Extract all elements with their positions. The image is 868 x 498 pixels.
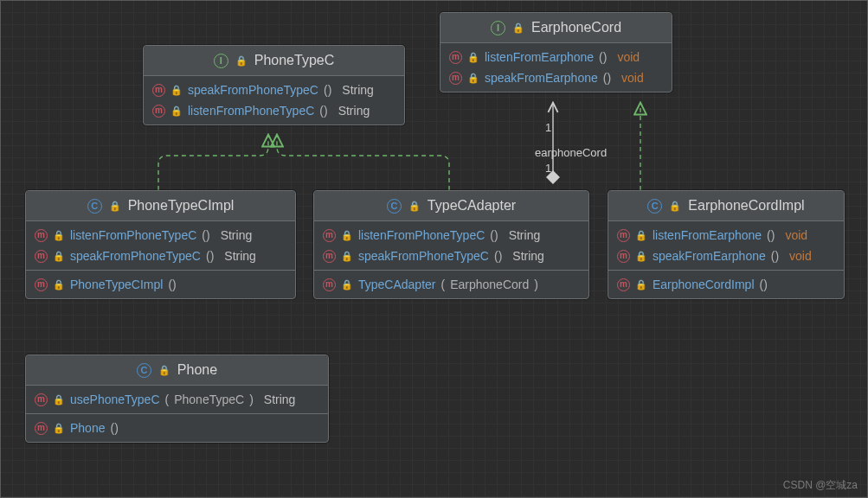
class-title: PhoneTypeC bbox=[254, 53, 335, 68]
method-icon: m bbox=[449, 51, 462, 64]
method-name: listenFromPhoneTypeC bbox=[70, 228, 196, 242]
method-name: Phone bbox=[70, 421, 105, 435]
class-header: C 🔒 EarphoneCordImpl bbox=[608, 191, 844, 221]
lock-icon: 🔒 bbox=[109, 201, 121, 212]
return-type: String bbox=[338, 104, 370, 118]
class-header: C 🔒 TypeCAdapter bbox=[314, 191, 588, 221]
class-phonetypec[interactable]: I 🔒 PhoneTypeC m🔒speakFromPhoneTypeC()St… bbox=[143, 45, 405, 125]
uml-canvas: 1 earphoneCord 1 I 🔒 PhoneTypeC m🔒speakF… bbox=[0, 0, 868, 498]
lock-icon: 🔒 bbox=[53, 394, 65, 405]
class-header: I 🔒 PhoneTypeC bbox=[144, 46, 404, 76]
method-params-pre: ( bbox=[165, 393, 170, 406]
method-params-pre: ( bbox=[441, 278, 446, 291]
return-type: String bbox=[264, 393, 296, 406]
lock-icon: 🔒 bbox=[158, 365, 170, 376]
method-params: () bbox=[319, 104, 327, 118]
method-row: m🔒speakFromPhoneTypeC()String bbox=[144, 80, 404, 100]
method-name: speakFromPhoneTypeC bbox=[188, 83, 318, 97]
method-icon: m bbox=[449, 72, 462, 85]
method-icon: m bbox=[35, 278, 48, 291]
return-type: String bbox=[224, 249, 256, 263]
interface-icon: I bbox=[214, 54, 228, 68]
method-row: m🔒speakFromPhoneTypeC()String bbox=[314, 246, 588, 266]
param-type: PhoneTypeC bbox=[174, 393, 244, 406]
method-icon: m bbox=[152, 105, 165, 118]
method-icon: m bbox=[323, 229, 336, 242]
method-row: m🔒listenFromEarphone()void bbox=[440, 47, 672, 67]
method-params: () bbox=[599, 50, 607, 64]
return-type: void bbox=[617, 50, 640, 64]
method-params: () bbox=[490, 228, 498, 242]
param-type: EarphoneCord bbox=[450, 278, 529, 291]
method-row: m🔒Phone() bbox=[26, 418, 328, 438]
method-params-post: ) bbox=[534, 278, 538, 291]
method-params: () bbox=[324, 83, 331, 97]
class-title: EarphoneCord bbox=[531, 20, 621, 35]
method-icon: m bbox=[35, 250, 48, 263]
method-icon: m bbox=[323, 250, 336, 263]
method-params-post: ) bbox=[249, 393, 254, 406]
method-name: speakFromPhoneTypeC bbox=[358, 249, 489, 263]
class-earphonecordimpl[interactable]: C 🔒 EarphoneCordImpl m🔒listenFromEarphon… bbox=[608, 190, 845, 299]
method-params: () bbox=[110, 421, 118, 435]
method-row: m🔒EarphoneCordImpl() bbox=[608, 274, 844, 295]
method-name: EarphoneCordImpl bbox=[653, 278, 755, 291]
method-params: () bbox=[760, 278, 768, 291]
multiplicity-label: 1 bbox=[545, 162, 551, 175]
lock-icon: 🔒 bbox=[512, 22, 524, 34]
method-name: speakFromPhoneTypeC bbox=[70, 249, 201, 263]
lock-icon: 🔒 bbox=[635, 279, 647, 290]
method-row: m🔒listenFromPhoneTypeC()String bbox=[144, 100, 404, 121]
return-type: String bbox=[512, 249, 544, 263]
method-params: () bbox=[767, 228, 775, 242]
method-name: PhoneTypeCImpl bbox=[70, 278, 163, 291]
method-name: listenFromEarphone bbox=[653, 228, 762, 242]
class-title: PhoneTypeCImpl bbox=[128, 198, 235, 214]
method-name: speakFromEarphone bbox=[653, 249, 766, 263]
return-type: void bbox=[785, 228, 807, 242]
method-params: () bbox=[771, 249, 779, 263]
class-phonetypecimpl[interactable]: C 🔒 PhoneTypeCImpl m🔒listenFromPhoneType… bbox=[25, 190, 296, 299]
method-icon: m bbox=[35, 229, 48, 242]
lock-icon: 🔒 bbox=[341, 279, 353, 290]
method-params: () bbox=[494, 249, 502, 263]
lock-icon: 🔒 bbox=[53, 279, 65, 290]
method-params: () bbox=[206, 249, 214, 263]
return-type: String bbox=[509, 228, 541, 242]
class-typecadapter[interactable]: C 🔒 TypeCAdapter m🔒listenFromPhoneTypeC(… bbox=[313, 190, 589, 299]
lock-icon: 🔒 bbox=[669, 201, 681, 212]
class-header: I 🔒 EarphoneCord bbox=[440, 13, 672, 43]
class-earphonecord[interactable]: I 🔒 EarphoneCord m🔒listenFromEarphone()v… bbox=[440, 12, 672, 93]
method-row: m🔒listenFromPhoneTypeC()String bbox=[26, 225, 295, 246]
method-icon: m bbox=[617, 250, 630, 263]
method-icon: m bbox=[617, 229, 630, 242]
method-name: usePhoneTypeC bbox=[70, 393, 160, 406]
lock-icon: 🔒 bbox=[635, 230, 647, 241]
lock-icon: 🔒 bbox=[53, 230, 65, 241]
class-icon: C bbox=[87, 199, 102, 214]
method-row: m🔒listenFromEarphone()void bbox=[608, 225, 844, 246]
lock-icon: 🔒 bbox=[235, 55, 248, 67]
method-name: TypeCAdapter bbox=[358, 278, 436, 291]
method-icon: m bbox=[617, 278, 630, 291]
class-title: EarphoneCordImpl bbox=[688, 198, 804, 214]
method-row: m🔒usePhoneTypeC(PhoneTypeC)String bbox=[26, 389, 328, 410]
multiplicity-label: 1 bbox=[545, 121, 551, 134]
class-phone[interactable]: C 🔒 Phone m🔒usePhoneTypeC(PhoneTypeC)Str… bbox=[25, 354, 329, 443]
method-row: m🔒speakFromEarphone()void bbox=[440, 67, 672, 88]
method-params: () bbox=[168, 278, 176, 291]
return-type: void bbox=[621, 71, 644, 85]
class-title: TypeCAdapter bbox=[428, 198, 516, 214]
method-icon: m bbox=[35, 393, 48, 406]
class-header: C 🔒 Phone bbox=[26, 355, 328, 386]
class-header: C 🔒 PhoneTypeCImpl bbox=[26, 191, 295, 221]
method-row: m🔒TypeCAdapter(EarphoneCord) bbox=[314, 274, 588, 295]
lock-icon: 🔒 bbox=[170, 85, 183, 96]
lock-icon: 🔒 bbox=[341, 251, 353, 262]
lock-icon: 🔒 bbox=[170, 105, 183, 117]
method-row: m🔒speakFromEarphone()void bbox=[608, 246, 844, 266]
watermark: CSDN @空城za bbox=[783, 478, 858, 493]
return-type: String bbox=[342, 83, 374, 97]
method-icon: m bbox=[35, 422, 48, 435]
interface-icon: I bbox=[491, 21, 505, 35]
